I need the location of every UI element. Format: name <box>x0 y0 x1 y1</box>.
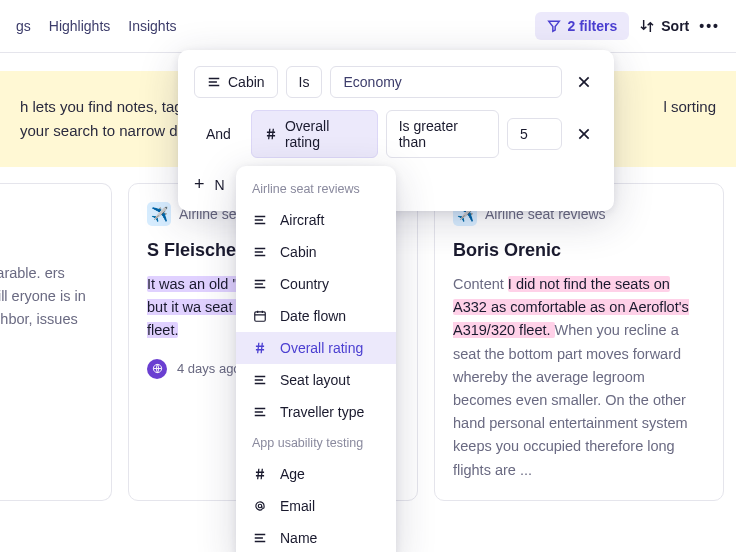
sort-icon <box>639 18 655 34</box>
card-body: but bearable. ers they will eryone is in… <box>0 262 93 355</box>
card-title: Boris Orenic <box>453 240 705 261</box>
card-body: Content I did not find the seats on A332… <box>453 273 705 482</box>
text-field-icon <box>252 245 268 259</box>
dropdown-item-label: Cabin <box>280 244 317 260</box>
dropdown-item-label: Seat layout <box>280 372 350 388</box>
sort-label: Sort <box>661 18 689 34</box>
field-dropdown: Airline seat reviewsAircraftCabinCountry… <box>236 166 396 552</box>
filter-conjunction[interactable]: And <box>194 119 243 149</box>
dropdown-item[interactable]: Cabin <box>236 236 396 268</box>
filter-operator-chip[interactable]: Is <box>286 66 323 98</box>
dropdown-item[interactable]: Aircraft <box>236 204 396 236</box>
dropdown-item[interactable]: Traveller type <box>236 396 396 428</box>
dropdown-item-label: Name <box>280 530 317 546</box>
dropdown-item[interactable]: Country <box>236 268 396 300</box>
toolbar-tabs: gs Highlights Insights <box>16 18 177 34</box>
filters-label: 2 filters <box>567 18 617 34</box>
dropdown-item-label: Date flown <box>280 308 346 324</box>
number-field-icon <box>252 467 268 481</box>
number-field-icon <box>264 127 278 141</box>
dropdown-item-label: Traveller type <box>280 404 364 420</box>
text-field-icon <box>252 531 268 545</box>
remove-filter-button[interactable] <box>570 122 598 146</box>
filters-button[interactable]: 2 filters <box>535 12 629 40</box>
toolbar-actions: 2 filters Sort ••• <box>535 12 720 40</box>
email-field-icon <box>252 499 268 513</box>
dropdown-group: Airline seat reviewsAircraftCabinCountry… <box>236 174 396 428</box>
text-field-icon <box>252 213 268 227</box>
funnel-icon <box>547 19 561 33</box>
tab-highlights[interactable]: Highlights <box>49 18 110 34</box>
sort-button[interactable]: Sort <box>639 18 689 34</box>
filter-value-chip[interactable]: Economy <box>330 66 562 98</box>
filter-row: And Overall rating Is greater than 5 <box>194 110 598 158</box>
result-card[interactable]: ✈️ Airline seat reviews Boris Orenic Con… <box>434 183 724 501</box>
toolbar: gs Highlights Insights 2 filters Sort ••… <box>0 0 736 53</box>
plus-icon: + <box>194 174 205 195</box>
dropdown-item[interactable]: Email <box>236 490 396 522</box>
text-field-icon <box>252 277 268 291</box>
tab-insights[interactable]: Insights <box>128 18 176 34</box>
result-card[interactable]: but bearable. ers they will eryone is in… <box>0 183 112 501</box>
text-field-icon <box>252 405 268 419</box>
dropdown-group-label: App usability testing <box>236 428 396 458</box>
globe-icon <box>147 359 167 379</box>
dropdown-item-label: Country <box>280 276 329 292</box>
dropdown-item[interactable]: Name <box>236 522 396 552</box>
card-date: 4 days ago <box>177 361 241 376</box>
remove-filter-button[interactable] <box>570 70 598 94</box>
filter-operator-chip[interactable]: Is greater than <box>386 110 499 158</box>
filter-field-chip[interactable]: Cabin <box>194 66 278 98</box>
text-field-icon <box>207 75 221 89</box>
dropdown-group: App usability testingAgeEmailName <box>236 428 396 552</box>
filter-field-chip[interactable]: Overall rating <box>251 110 378 158</box>
dropdown-item-label: Email <box>280 498 315 514</box>
filter-row: Cabin Is Economy <box>194 66 598 98</box>
dropdown-item[interactable]: Seat layout <box>236 364 396 396</box>
text-field-icon <box>252 373 268 387</box>
svg-rect-1 <box>255 312 266 321</box>
filter-value-chip[interactable]: 5 <box>507 118 562 150</box>
more-menu-button[interactable]: ••• <box>699 18 720 34</box>
dropdown-item-label: Aircraft <box>280 212 324 228</box>
dropdown-item[interactable]: Age <box>236 458 396 490</box>
project-icon: ✈️ <box>147 202 171 226</box>
tab-tags[interactable]: gs <box>16 18 31 34</box>
dropdown-group-label: Airline seat reviews <box>236 174 396 204</box>
date-field-icon <box>252 309 268 323</box>
dropdown-item-label: Overall rating <box>280 340 363 356</box>
dropdown-item[interactable]: Overall rating <box>236 332 396 364</box>
dropdown-item[interactable]: Date flown <box>236 300 396 332</box>
dropdown-item-label: Age <box>280 466 305 482</box>
number-field-icon <box>252 341 268 355</box>
